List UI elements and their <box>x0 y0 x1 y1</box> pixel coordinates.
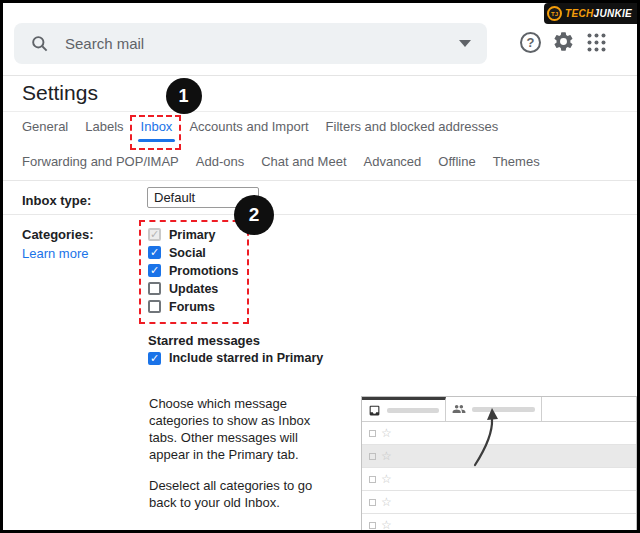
category-label-updates: Updates <box>169 282 218 296</box>
preview-tab-bar <box>362 397 636 422</box>
people-icon <box>452 402 466 416</box>
gmail-settings-screenshot: ? TJ TECHJUNKIE Settings General Labels … <box>0 0 640 533</box>
page-title: Settings <box>22 81 98 105</box>
category-label-primary: Primary <box>169 228 216 242</box>
mini-checkbox-icon <box>369 453 376 460</box>
wordmark-tech: TECH <box>565 8 593 19</box>
search-options-caret-icon[interactable] <box>459 40 471 47</box>
tab-general[interactable]: General <box>22 119 68 134</box>
checkbox-social[interactable]: ✓ <box>148 246 161 259</box>
preview-tab-label-placeholder <box>387 408 439 413</box>
category-label-forums: Forums <box>169 300 215 314</box>
search-bar[interactable] <box>14 23 487 64</box>
preview-primary-tab <box>362 397 446 421</box>
preview-empty-tab-area <box>542 397 636 421</box>
tab-filters-and-blocked-addresses[interactable]: Filters and blocked addresses <box>326 119 499 134</box>
preview-tab-label-placeholder <box>472 407 535 412</box>
preview-message-row: ☆ <box>362 491 636 514</box>
inbox-tabs-preview-illustration: ☆ ☆ ☆ ☆ ☆ <box>361 396 637 533</box>
category-row-updates: Updates <box>148 280 238 297</box>
category-row-social: ✓ Social <box>148 244 238 261</box>
mini-checkbox-icon <box>369 499 376 506</box>
tab-accounts-and-import[interactable]: Accounts and Import <box>189 119 308 134</box>
check-icon: ✓ <box>150 265 159 276</box>
settings-tabs-row-2: Forwarding and POP/IMAP Add-ons Chat and… <box>22 154 540 169</box>
tab-forwarding-pop-imap[interactable]: Forwarding and POP/IMAP <box>22 154 179 169</box>
topbar: ? <box>3 3 637 76</box>
preview-social-tab <box>446 397 542 421</box>
star-icon: ☆ <box>381 473 392 485</box>
search-icon <box>30 34 49 53</box>
annotation-badge-2: 2 <box>234 195 274 235</box>
tab-themes[interactable]: Themes <box>493 154 540 169</box>
question-glyph: ? <box>527 35 535 50</box>
categories-description: Choose which message categories to show … <box>149 395 324 463</box>
settings-gear-icon[interactable] <box>552 30 575 57</box>
tabs-divider <box>3 180 637 181</box>
category-row-primary: ✓ Primary <box>148 226 238 243</box>
header-divider <box>3 111 637 112</box>
tab-labels[interactable]: Labels <box>85 119 123 134</box>
checkbox-updates[interactable] <box>148 282 161 295</box>
checkbox-promotions[interactable]: ✓ <box>148 264 161 277</box>
wordmark-junkie: JUNKIE <box>594 8 632 19</box>
star-icon: ☆ <box>381 496 392 508</box>
category-row-promotions: ✓ Promotions <box>148 262 238 279</box>
tab-inbox[interactable]: Inbox 1 <box>141 119 173 134</box>
include-starred-label: Include starred in Primary <box>169 351 323 365</box>
techjunkie-monogram: TJ <box>551 11 558 17</box>
techjunkie-watermark: TJ TECHJUNKIE <box>544 3 637 24</box>
learn-more-link[interactable]: Learn more <box>22 246 88 261</box>
apps-grid-icon[interactable] <box>586 32 607 57</box>
categories-checkbox-group: 2 ✓ Primary ✓ Social ✓ Promotions Update… <box>148 226 238 316</box>
techjunkie-wordmark: TECHJUNKIE <box>565 8 632 19</box>
category-row-forums: Forums <box>148 298 238 315</box>
tab-offline[interactable]: Offline <box>438 154 475 169</box>
preview-message-row-highlighted: ☆ <box>362 445 636 468</box>
starred-messages-heading: Starred messages <box>148 333 260 348</box>
preview-message-row: ☆ <box>362 514 636 533</box>
help-icon[interactable]: ? <box>520 32 541 53</box>
preview-message-row: ☆ <box>362 422 636 445</box>
badge-1-number: 1 <box>179 86 189 107</box>
row-divider <box>3 214 637 215</box>
preview-message-row: ☆ <box>362 468 636 491</box>
star-icon: ☆ <box>381 427 392 439</box>
inbox-type-label: Inbox type: <box>22 193 91 208</box>
annotation-badge-1: 1 <box>166 78 202 114</box>
mini-checkbox-icon <box>369 522 376 529</box>
checkbox-forums[interactable] <box>148 300 161 313</box>
category-label-social: Social <box>169 246 206 260</box>
tab-chat-and-meet[interactable]: Chat and Meet <box>261 154 346 169</box>
search-input[interactable] <box>65 35 459 52</box>
inbox-tray-icon <box>368 404 381 417</box>
techjunkie-logo-icon: TJ <box>547 6 562 21</box>
check-icon: ✓ <box>150 247 159 258</box>
checkbox-include-starred[interactable]: ✓ <box>148 352 161 365</box>
category-label-promotions: Promotions <box>169 264 238 278</box>
active-tab-underline <box>138 139 176 142</box>
badge-2-number: 2 <box>249 204 260 226</box>
tab-advanced[interactable]: Advanced <box>364 154 422 169</box>
deselect-description: Deselect all categories to go back to yo… <box>149 477 324 511</box>
tab-inbox-label: Inbox <box>141 119 173 134</box>
star-icon: ☆ <box>381 519 392 531</box>
check-icon: ✓ <box>150 229 159 240</box>
settings-tabs-row-1: General Labels Inbox 1 Accounts and Impo… <box>22 119 498 134</box>
categories-label: Categories: <box>22 227 94 242</box>
check-icon: ✓ <box>150 353 159 364</box>
starred-option-row: ✓ Include starred in Primary <box>148 351 323 365</box>
checkbox-primary[interactable]: ✓ <box>148 228 161 241</box>
star-icon: ☆ <box>381 450 392 462</box>
tab-add-ons[interactable]: Add-ons <box>196 154 244 169</box>
mini-checkbox-icon <box>369 476 376 483</box>
mini-checkbox-icon <box>369 430 376 437</box>
